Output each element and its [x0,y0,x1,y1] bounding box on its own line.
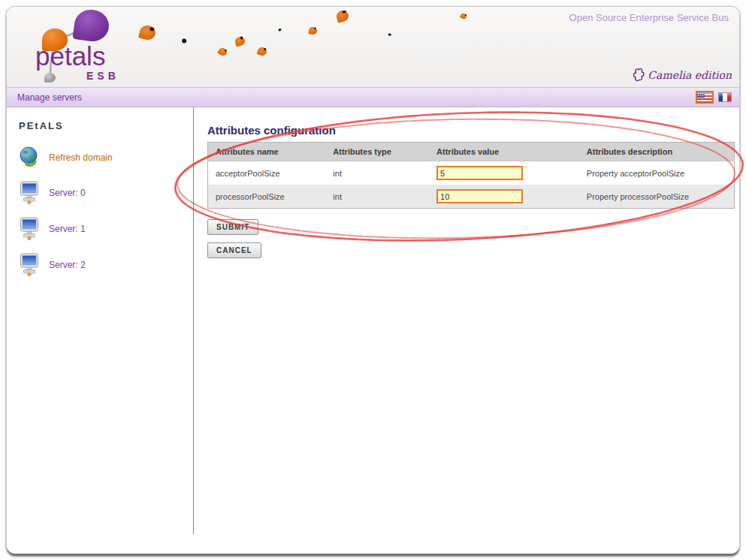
sidebar-item-server-1[interactable]: Server: 1 [19,217,193,240]
petal-decoration [257,46,268,56]
france-flag-button[interactable] [718,92,732,102]
petal-decoration [460,13,467,20]
attributes-table: Attributes name Attributes type Attribut… [207,142,735,209]
attr-name-cell: acceptorPoolSize [208,161,326,185]
server-link[interactable]: Server: 2 [49,260,86,270]
petal-decoration [308,26,317,35]
server-link[interactable]: Server: 1 [49,224,86,234]
main-panel: Attributes configuration Attributes name… [194,107,739,553]
app-window: petals ESB Open Source Enterprise Servic… [6,6,740,554]
petal-decoration [217,47,228,57]
camelia-flower-icon [631,67,646,83]
table-row: processorPoolSize int Property processor… [208,185,735,209]
sidebar-item-server-0[interactable]: Server: 0 [19,181,193,204]
table-row: acceptorPoolSize int Property acceptorPo… [208,161,735,185]
attr-value-cell [429,161,579,185]
globe-refresh-icon [19,146,41,168]
attr-type-cell: int [325,161,429,185]
processor-pool-size-input[interactable] [436,189,523,203]
petal-decoration [335,9,349,23]
petal-decoration [171,38,191,56]
page-title: Attributes configuration [207,124,739,137]
server-icon [19,253,41,276]
attr-description-cell: Property acceptorPoolSize [579,161,735,185]
attr-value-cell [429,185,579,209]
refresh-domain-link[interactable]: Refresh domain [49,152,113,163]
us-flag-button[interactable] [696,91,714,104]
server-link[interactable]: Server: 0 [49,188,86,198]
col-attributes-description: Attributes description [579,143,735,161]
submit-button[interactable]: SUBMIT [207,219,258,235]
sidebar-item-server-2[interactable]: Server: 2 [19,253,193,276]
col-attributes-name: Attributes name [208,143,326,161]
table-header-row: Attributes name Attributes type Attribut… [208,143,735,161]
server-icon [19,217,41,240]
content-area: PEtALS [7,107,739,553]
tagline: Open Source Enterprise Service Bus [569,12,729,23]
col-attributes-value: Attributes value [429,143,579,161]
attr-type-cell: int [325,185,429,209]
col-attributes-type: Attributes type [325,143,429,161]
petals-logo: petals ESB [29,8,165,87]
sidebar: PEtALS [7,107,194,534]
petal-decoration [234,36,246,47]
logo-esb-label: ESB [86,70,119,82]
sidebar-item-refresh-domain[interactable]: Refresh domain [19,146,193,168]
edition-badge: Camelia edition [631,67,732,83]
sidebar-title: PEtALS [19,120,193,131]
logo-gray-bud-icon [44,73,56,83]
header: petals ESB Open Source Enterprise Servic… [7,7,739,87]
attr-name-cell: processorPoolSize [208,185,326,209]
page-background: petals ESB Open Source Enterprise Servic… [0,0,746,560]
acceptor-pool-size-input[interactable] [436,166,523,180]
language-switcher [696,91,732,104]
navbar: Manage servers [7,87,739,107]
navbar-title: Manage servers [17,92,82,103]
attr-description-cell: Property processorPoolSize [579,185,735,209]
petal-decoration [272,27,285,40]
server-icon [19,181,41,204]
edition-label: Camelia edition [648,69,732,81]
petal-decoration [381,32,393,43]
logo-wordmark: petals [35,41,105,71]
cancel-button[interactable]: CANCEL [207,242,261,258]
